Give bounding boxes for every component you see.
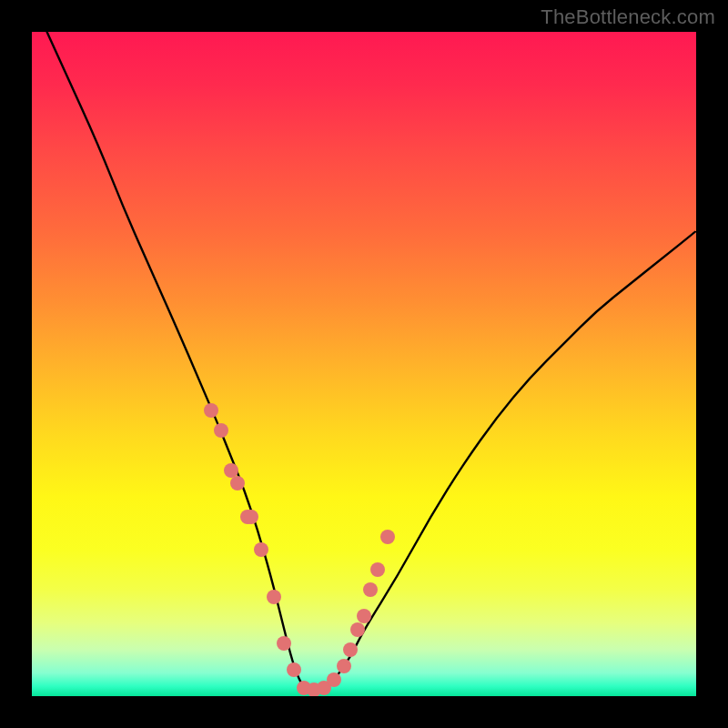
chart-frame: TheBottleneck.com [0, 0, 728, 728]
data-point [370, 562, 385, 577]
plot-area [32, 32, 696, 696]
data-point [244, 510, 258, 524]
data-point [327, 672, 341, 687]
data-point [214, 423, 228, 438]
data-point [350, 622, 365, 637]
watermark-text: TheBottleneck.com [541, 5, 715, 29]
data-point [224, 463, 238, 478]
curve-layer [32, 32, 696, 696]
data-point [267, 590, 281, 604]
data-point [277, 636, 291, 651]
data-point [380, 530, 395, 544]
